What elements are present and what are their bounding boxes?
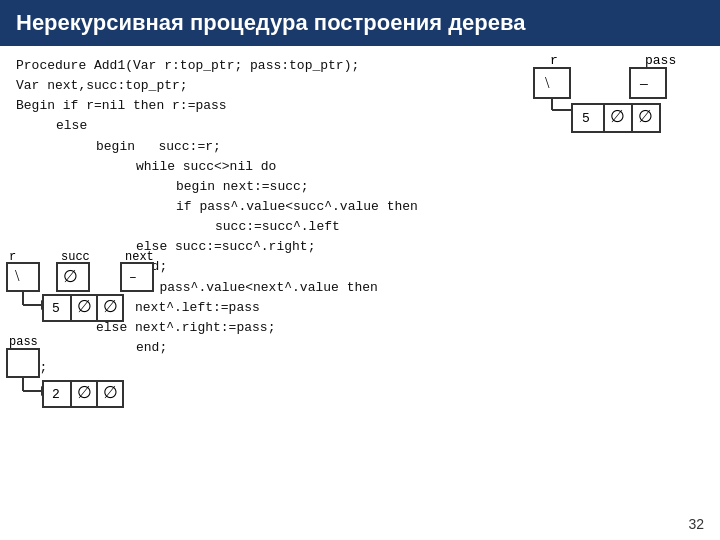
null4-sym: ∅	[103, 297, 118, 316]
slide: Нерекурсивная процедура построения дерев…	[0, 0, 720, 540]
pass-label-right: pass	[645, 53, 676, 68]
code-line-7: begin next:=succ;	[176, 177, 704, 197]
null6-sym: ∅	[103, 383, 118, 402]
next-label-left: next	[125, 250, 154, 264]
null3-sym: ∅	[77, 297, 92, 316]
code-line-15: end;	[136, 338, 704, 358]
succ-null-sym: ∅	[63, 267, 78, 286]
page-number: 32	[688, 516, 704, 532]
pass-node-symbol: —	[639, 77, 648, 92]
r-label-left: r	[9, 250, 16, 264]
code-line-9: succ:=succ^.left	[176, 217, 704, 237]
r-node-symbol: \	[545, 74, 550, 91]
null2-symbol: ∅	[638, 107, 653, 126]
val5-left-text: 5	[52, 301, 60, 316]
val2-text: 2	[52, 387, 60, 402]
pass-label-left: pass	[9, 335, 38, 349]
tree-right-svg: r pass \ — 5 ∅ ∅	[490, 48, 710, 168]
next-node-left	[121, 263, 153, 291]
code-line-12: if pass^.value<next^.value then	[136, 278, 704, 298]
r-node-left-sym: \	[15, 267, 20, 284]
next-node-sym: –	[129, 270, 137, 285]
tree-left-svg: r succ next \ ∅ – 5 ∅ ∅ pass 2 ∅	[5, 245, 215, 445]
r-label-right: r	[550, 53, 558, 68]
slide-title: Нерекурсивная процедура построения дерев…	[0, 0, 720, 46]
code-line-8: if pass^.value<succ^.value then	[176, 197, 704, 217]
val5-text: 5	[582, 111, 590, 126]
null5-sym: ∅	[77, 383, 92, 402]
pass-node-left	[7, 349, 39, 377]
title-text: Нерекурсивная процедура построения дерев…	[16, 10, 526, 35]
code-line-10: else succ:=succ^.right;	[136, 237, 704, 257]
r-node-left	[7, 263, 39, 291]
pass-node-box	[630, 68, 666, 98]
null1-symbol: ∅	[610, 107, 625, 126]
code-line-11: end;	[136, 257, 704, 277]
r-node-box	[534, 68, 570, 98]
succ-label-left: succ	[61, 250, 90, 264]
